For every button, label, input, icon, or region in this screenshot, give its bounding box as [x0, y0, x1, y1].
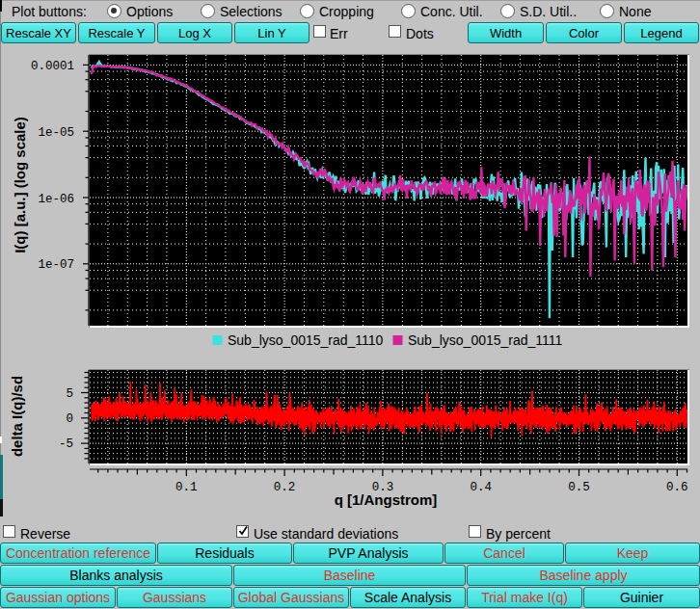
svg-text:delta I(q)/sd: delta I(q)/sd — [9, 376, 25, 457]
svg-text:Sub_lyso_0015_rad_1110: Sub_lyso_0015_rad_1110 — [228, 332, 384, 348]
svg-text:0: 0 — [66, 412, 73, 426]
svg-text:-5: -5 — [59, 437, 73, 451]
svg-text:I(q) [a.u.] (log scale): I(q) [a.u.] (log scale) — [12, 117, 28, 253]
svg-text:1e-05: 1e-05 — [38, 126, 74, 140]
svg-text:1e-07: 1e-07 — [38, 258, 74, 272]
svg-text:5: 5 — [66, 387, 73, 401]
svg-text:Sub_lyso_0015_rad_1111: Sub_lyso_0015_rad_1111 — [408, 332, 563, 348]
svg-text:0.2: 0.2 — [274, 481, 296, 494]
svg-text:0.6: 0.6 — [666, 481, 688, 494]
svg-text:0.4: 0.4 — [470, 481, 492, 494]
svg-text:0.0001: 0.0001 — [31, 60, 74, 73]
svg-text:q [1/Angstrom]: q [1/Angstrom] — [335, 491, 438, 508]
svg-text:0.1: 0.1 — [175, 481, 198, 494]
svg-text:1e-06: 1e-06 — [38, 193, 74, 206]
svg-text:0.5: 0.5 — [568, 481, 590, 494]
